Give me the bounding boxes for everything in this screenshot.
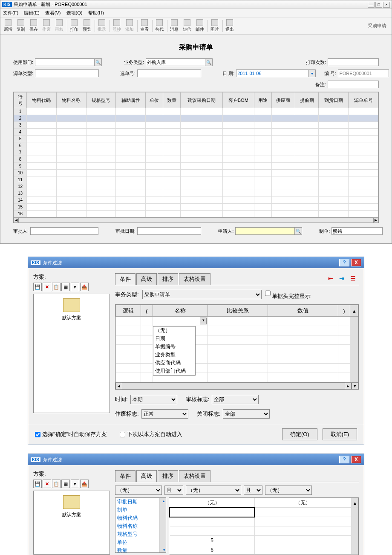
grid-cell[interactable] <box>271 115 295 122</box>
grid-cell[interactable] <box>146 183 163 190</box>
tb-exit[interactable]: 退出 <box>224 18 236 33</box>
tb-batch[interactable]: 批录 <box>96 18 108 33</box>
tab-table-settings[interactable]: 表格设置 <box>179 273 210 285</box>
grid-cell[interactable] <box>86 156 116 163</box>
scheme-dropdown-icon[interactable]: ▾ <box>71 480 79 488</box>
dept-lookup-icon[interactable]: 🔍 <box>94 58 102 66</box>
remark-input[interactable] <box>328 81 379 88</box>
grid-cell[interactable] <box>254 163 271 170</box>
grid-cell[interactable] <box>222 183 254 190</box>
grid-cell[interactable] <box>56 149 86 156</box>
grid-cell[interactable] <box>146 156 163 163</box>
grid-cell[interactable] <box>349 129 378 136</box>
help-button[interactable]: ? <box>339 456 349 463</box>
adv-field-list[interactable]: 审批日期 制单 物料代码 物料名称 规格型号 单位 数量 到货日期 ▴ ▾ <box>115 497 166 553</box>
grid-cell[interactable] <box>254 156 271 163</box>
grid-cell[interactable] <box>181 163 223 170</box>
grid-cell[interactable] <box>56 190 86 197</box>
grid-cell[interactable] <box>181 122 223 129</box>
grid-cell[interactable] <box>271 170 295 176</box>
ok-button[interactable]: 确定(O) <box>282 428 317 440</box>
grid-cell[interactable] <box>27 211 57 217</box>
grid-cell[interactable] <box>56 108 86 115</box>
grid-cell[interactable] <box>295 170 318 176</box>
grid-cell[interactable] <box>222 163 254 170</box>
droplist-item[interactable]: 业务类型 <box>153 351 195 359</box>
grid-cell[interactable] <box>319 108 349 115</box>
grid-cell[interactable] <box>295 190 318 197</box>
grid-cell[interactable]: （无） <box>170 498 254 508</box>
fullshow-checkbox[interactable]: 单据头完整显示 <box>265 289 311 300</box>
grid-cell[interactable] <box>271 190 295 197</box>
grid-cell[interactable] <box>116 136 146 142</box>
grid-cell[interactable] <box>56 142 86 149</box>
grid-cell[interactable] <box>86 142 116 149</box>
grid-cell[interactable] <box>222 156 254 163</box>
grid-cell[interactable] <box>271 108 295 115</box>
droplist-item[interactable]: 使用部门代码 <box>153 367 195 375</box>
scheme-export-icon[interactable]: 📤 <box>80 283 89 291</box>
grid-cell[interactable] <box>163 197 181 204</box>
tb-mail[interactable]: 邮件 <box>194 18 206 33</box>
tab-table-settings[interactable]: 表格设置 <box>179 470 210 482</box>
grid-cell[interactable] <box>116 197 146 204</box>
grid-cell[interactable] <box>319 211 349 217</box>
default-scheme-item[interactable]: 默认方案 <box>38 512 105 518</box>
grid-cell[interactable] <box>27 142 57 149</box>
menu-edit[interactable]: 编辑(E) <box>24 10 40 15</box>
grid-cell[interactable] <box>181 204 223 211</box>
grid-cell[interactable]: 6 <box>170 545 254 555</box>
grid-cell[interactable] <box>27 183 57 190</box>
grid-cell[interactable] <box>27 170 57 176</box>
grid-cell[interactable] <box>295 142 318 149</box>
list-item[interactable]: 物料代码 <box>115 514 166 522</box>
grid-cell[interactable] <box>163 183 181 190</box>
grid-cell[interactable] <box>163 115 181 122</box>
grid-cell[interactable] <box>222 129 254 136</box>
grid-cell[interactable] <box>27 136 57 142</box>
grid-cell[interactable] <box>254 115 271 122</box>
grid-cell[interactable] <box>319 115 349 122</box>
list-scrollbar[interactable]: ▴ ▾ <box>159 498 166 552</box>
grid-cell[interactable] <box>319 129 349 136</box>
tb-view[interactable]: 查看 <box>138 18 150 33</box>
grid-cell[interactable] <box>222 122 254 129</box>
tb-substitute[interactable]: 替代 <box>153 18 165 33</box>
grid-cell[interactable] <box>349 122 378 129</box>
grid-cell[interactable] <box>222 136 254 142</box>
grid-cell[interactable] <box>181 156 223 163</box>
grid-cell[interactable] <box>27 108 57 115</box>
grid-cell[interactable] <box>163 163 181 170</box>
grid-cell[interactable] <box>271 183 295 190</box>
grid-cell[interactable] <box>146 170 163 176</box>
grid-cell[interactable] <box>254 129 271 136</box>
menu-help[interactable]: 帮助(H) <box>88 10 104 15</box>
grid-cell[interactable] <box>349 163 378 170</box>
grid-cell[interactable] <box>222 211 254 217</box>
grid-cell[interactable] <box>116 156 146 163</box>
grid-cell[interactable] <box>254 108 271 115</box>
grid-cell[interactable] <box>181 129 223 136</box>
grid-cell[interactable] <box>349 176 378 183</box>
grid-cell[interactable] <box>181 142 223 149</box>
adv-value-grid[interactable]: （无）（无）▴ 5 6 <box>169 497 359 555</box>
grid-cell[interactable] <box>319 170 349 176</box>
grid-cell[interactable] <box>254 211 271 217</box>
grid-cell[interactable] <box>295 115 318 122</box>
grid-cell[interactable]: 5 <box>170 536 254 545</box>
grid-cell[interactable] <box>56 204 86 211</box>
grid-cell[interactable] <box>86 136 116 142</box>
grid-cell[interactable] <box>319 142 349 149</box>
scheme-grid-icon[interactable]: ▦ <box>61 283 70 291</box>
adv-field2-select[interactable]: （无） <box>186 486 241 495</box>
name-droplist[interactable]: （无） 日期 单据编号 业务类型 供应商代码 使用部门代码 <box>153 326 196 376</box>
line-grid[interactable]: 行号物料代码物料名称规格型号辅助属性单位数量建议采购日期客户BOM用途供应商提前… <box>13 92 379 223</box>
grid-cell[interactable] <box>181 183 223 190</box>
grid-cell[interactable] <box>181 136 223 142</box>
grid-cell[interactable] <box>271 176 295 183</box>
grid-cell[interactable] <box>319 156 349 163</box>
grid-cell[interactable] <box>146 204 163 211</box>
grid-cell[interactable] <box>146 136 163 142</box>
tb-print[interactable]: 打印 <box>68 18 80 33</box>
scheme-save-icon[interactable]: 💾 <box>33 480 42 488</box>
